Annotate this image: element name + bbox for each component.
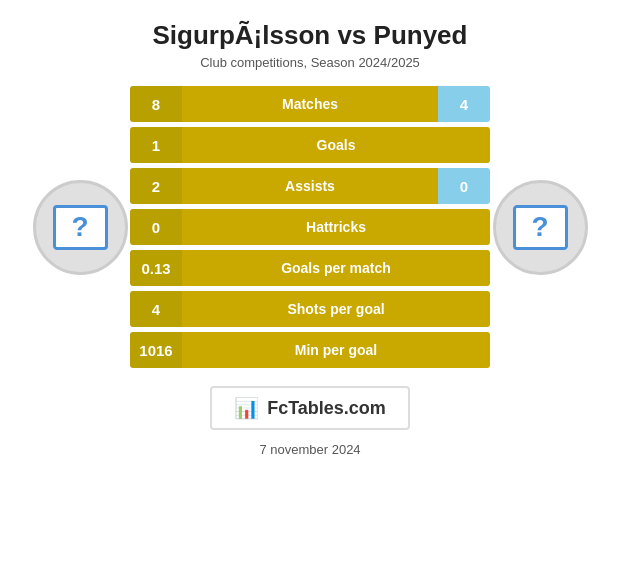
stat-label: Matches bbox=[182, 86, 438, 122]
left-player-avatar: ? bbox=[33, 180, 128, 275]
logo-icon: 📊 bbox=[234, 396, 259, 420]
stat-label: Hattricks bbox=[182, 209, 490, 245]
stat-row-min-per-goal: 1016Min per goal bbox=[130, 332, 490, 368]
stat-left-value: 0.13 bbox=[130, 250, 182, 286]
logo-text: FcTables.com bbox=[267, 398, 386, 419]
stat-row-hattricks: 0Hattricks bbox=[130, 209, 490, 245]
page-subtitle: Club competitions, Season 2024/2025 bbox=[200, 55, 420, 70]
comparison-area: ? 8Matches41Goals2Assists00Hattricks0.13… bbox=[0, 86, 620, 368]
stat-label: Min per goal bbox=[182, 332, 490, 368]
right-avatar-placeholder: ? bbox=[513, 205, 568, 250]
stat-right-value: 4 bbox=[438, 86, 490, 122]
stat-left-value: 2 bbox=[130, 168, 182, 204]
stat-left-value: 0 bbox=[130, 209, 182, 245]
stat-label: Goals bbox=[182, 127, 490, 163]
page-title: SigurpÃ¡lsson vs Punyed bbox=[153, 20, 468, 51]
stat-row-matches: 8Matches4 bbox=[130, 86, 490, 122]
stat-row-assists: 2Assists0 bbox=[130, 168, 490, 204]
stat-left-value: 4 bbox=[130, 291, 182, 327]
footer-date: 7 november 2024 bbox=[259, 442, 360, 457]
stat-left-value: 1016 bbox=[130, 332, 182, 368]
page-wrapper: SigurpÃ¡lsson vs Punyed Club competition… bbox=[0, 0, 620, 580]
stat-row-shots-per-goal: 4Shots per goal bbox=[130, 291, 490, 327]
stat-row-goals: 1Goals bbox=[130, 127, 490, 163]
stat-label: Goals per match bbox=[182, 250, 490, 286]
stat-row-goals-per-match: 0.13Goals per match bbox=[130, 250, 490, 286]
logo-area: 📊 FcTables.com bbox=[210, 386, 410, 430]
left-avatar-area: ? bbox=[30, 117, 130, 337]
stat-label: Shots per goal bbox=[182, 291, 490, 327]
right-avatar-area: ? bbox=[490, 117, 590, 337]
stat-label: Assists bbox=[182, 168, 438, 204]
right-player-avatar: ? bbox=[493, 180, 588, 275]
stat-right-value: 0 bbox=[438, 168, 490, 204]
left-avatar-placeholder: ? bbox=[53, 205, 108, 250]
stats-table: 8Matches41Goals2Assists00Hattricks0.13Go… bbox=[130, 86, 490, 368]
stat-left-value: 8 bbox=[130, 86, 182, 122]
stat-left-value: 1 bbox=[130, 127, 182, 163]
